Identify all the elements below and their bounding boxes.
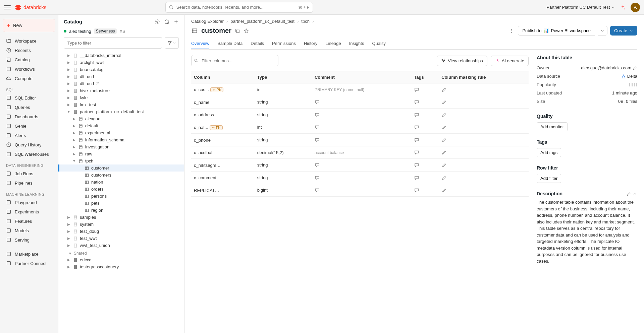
tab-sample-data[interactable]: Sample Data <box>217 38 243 49</box>
catalog-refresh-icon[interactable] <box>164 19 169 24</box>
tree-item[interactable]: ▶raw <box>58 150 184 157</box>
sidebar-item-serving[interactable]: Serving <box>3 235 55 245</box>
sidebar-item-alerts[interactable]: Alerts <box>3 131 55 140</box>
edit-mask-icon[interactable] <box>441 150 447 155</box>
table-row[interactable]: c_acctbal decimal(15,2) account balance <box>191 146 529 159</box>
column-header[interactable]: Column masking rule <box>439 71 529 83</box>
tree-item[interactable]: ▶information_schema <box>58 136 184 143</box>
sidebar-item-genie[interactable]: Genie <box>3 121 55 131</box>
tree-item[interactable]: ▶test_wwt <box>58 235 184 242</box>
copy-name-icon[interactable] <box>235 28 240 34</box>
sidebar-item-partner-connect[interactable]: Partner Connect <box>3 259 55 268</box>
table-row[interactable]: c_name string <box>191 96 529 109</box>
breadcrumb-catalog[interactable]: partner_platform_uc_default_test <box>230 19 294 24</box>
column-header[interactable]: Comment <box>312 71 411 83</box>
new-button[interactable]: +New <box>3 19 55 32</box>
add-tag-icon[interactable] <box>414 137 419 143</box>
tree-item[interactable]: ▶investigation <box>58 143 184 150</box>
tree-item[interactable]: ▶__databricks_internal <box>58 52 184 59</box>
sidebar-item-models[interactable]: Models <box>3 226 55 235</box>
add-comment-icon[interactable] <box>315 137 320 143</box>
tree-item[interactable]: ▶persons <box>58 193 184 200</box>
sidebar-item-pipelines[interactable]: Pipelines <box>3 178 55 188</box>
sidebar-item-queries[interactable]: Queries <box>3 103 55 112</box>
table-row[interactable]: c_comment string <box>191 171 529 184</box>
add-tags-button[interactable]: Add tags <box>537 148 561 157</box>
favorite-icon[interactable] <box>244 28 249 34</box>
edit-description-icon[interactable] <box>627 192 631 196</box>
catalog-add-icon[interactable] <box>173 19 179 24</box>
sidebar-item-recents[interactable]: Recents <box>3 46 55 55</box>
column-header[interactable]: Type <box>255 71 312 83</box>
add-tag-icon[interactable] <box>414 162 419 168</box>
column-header[interactable]: Tags <box>411 71 439 83</box>
tree-item[interactable]: ▶arclight_wwt <box>58 59 184 66</box>
tree-item[interactable]: ▶samples <box>58 214 184 221</box>
tree-item[interactable]: ▶orders <box>58 186 184 193</box>
tree-item[interactable]: ▶wwt_test_union <box>58 242 184 249</box>
tree-item[interactable]: ▶nation <box>58 179 184 186</box>
collapse-description-icon[interactable] <box>633 192 637 196</box>
tree-item[interactable]: ▶customer <box>58 164 184 172</box>
tree-item[interactable]: ▶ericcc <box>58 256 184 263</box>
add-comment-icon[interactable] <box>315 175 320 181</box>
table-row[interactable]: c_cus...PK int PRIMARY KEY (name: null) <box>191 83 529 96</box>
publish-dropdown[interactable] <box>598 26 607 36</box>
add-tag-icon[interactable] <box>414 112 419 118</box>
sidebar-item-experiments[interactable]: Experiments <box>3 207 55 216</box>
ai-generate-button[interactable]: AI generate <box>491 56 529 66</box>
sidebar-item-sql-warehouses[interactable]: SQL Warehouses <box>3 149 55 159</box>
shared-section[interactable]: ▼ Shared <box>58 249 184 256</box>
catalog-filter-button[interactable] <box>165 37 179 49</box>
edit-mask-icon[interactable] <box>441 99 447 105</box>
tree-item[interactable]: ▶pets <box>58 200 184 207</box>
tree-item[interactable]: ▶system <box>58 221 184 228</box>
table-row[interactable]: c_phone string <box>191 134 529 146</box>
tab-overview[interactable]: Overview <box>191 38 209 49</box>
sidebar-item-workflows[interactable]: Workflows <box>3 64 55 74</box>
tree-item[interactable]: ▶dlt_ucd_2 <box>58 80 184 87</box>
user-avatar[interactable]: A <box>631 3 640 12</box>
workspace-switcher[interactable]: Partner Platform UC Default Test <box>546 5 615 10</box>
tab-history[interactable]: History <box>304 38 317 49</box>
view-relationships-button[interactable]: View relationships <box>437 56 487 66</box>
assistant-icon[interactable] <box>620 4 626 10</box>
sidebar-item-dashboards[interactable]: Dashboards <box>3 112 55 121</box>
add-tag-icon[interactable] <box>414 125 419 130</box>
create-button[interactable]: Create <box>610 26 637 36</box>
tab-permissions[interactable]: Permissions <box>272 38 296 49</box>
tree-item[interactable]: ▶kyle <box>58 94 184 101</box>
tab-quality[interactable]: Quality <box>372 38 385 49</box>
sidebar-item-playground[interactable]: Playground <box>3 198 55 207</box>
sidebar-item-features[interactable]: Features <box>3 216 55 226</box>
add-tag-icon[interactable] <box>414 99 419 105</box>
table-row[interactable]: c_mktsegment string <box>191 159 529 172</box>
tree-item[interactable]: ▶testegresscostquery <box>58 263 184 270</box>
publish-button[interactable]: Publish to 📊 Power BI workspace <box>518 26 595 36</box>
table-row[interactable]: c_address string <box>191 109 529 121</box>
table-row[interactable]: REPLICATE_I... bigint <box>191 184 529 197</box>
add-comment-icon[interactable] <box>315 125 320 130</box>
menu-toggle[interactable] <box>4 4 11 11</box>
logo[interactable]: databricks <box>15 4 46 11</box>
tree-item[interactable]: ▼tpch <box>58 157 184 164</box>
tree-item[interactable]: ▶customers <box>58 172 184 179</box>
edit-mask-icon[interactable] <box>441 112 447 118</box>
column-header[interactable]: Column <box>191 71 255 83</box>
edit-mask-icon[interactable] <box>441 175 447 181</box>
breadcrumb-root[interactable]: Catalog Explorer <box>191 19 224 24</box>
filter-columns-input[interactable] <box>191 55 278 66</box>
edit-owner-icon[interactable] <box>633 66 637 70</box>
more-actions-icon[interactable]: ⋮ <box>508 27 515 35</box>
tree-item[interactable]: ▶region <box>58 207 184 214</box>
add-tag-icon[interactable] <box>414 150 419 155</box>
edit-mask-icon[interactable] <box>441 137 447 143</box>
tree-item[interactable]: ▶lmx_test <box>58 101 184 108</box>
sidebar-item-sql-editor[interactable]: SQL Editor <box>3 93 55 103</box>
add-monitor-button[interactable]: Add monitor <box>537 122 568 131</box>
tree-item[interactable]: ▶default <box>58 122 184 129</box>
tree-item[interactable]: ▶dlt_ucd <box>58 73 184 80</box>
tree-item[interactable]: ▶alexguo <box>58 115 184 122</box>
sidebar-item-marketplace[interactable]: Marketplace <box>3 249 55 259</box>
tree-item[interactable]: ▼partner_platform_uc_default_test <box>58 108 184 115</box>
